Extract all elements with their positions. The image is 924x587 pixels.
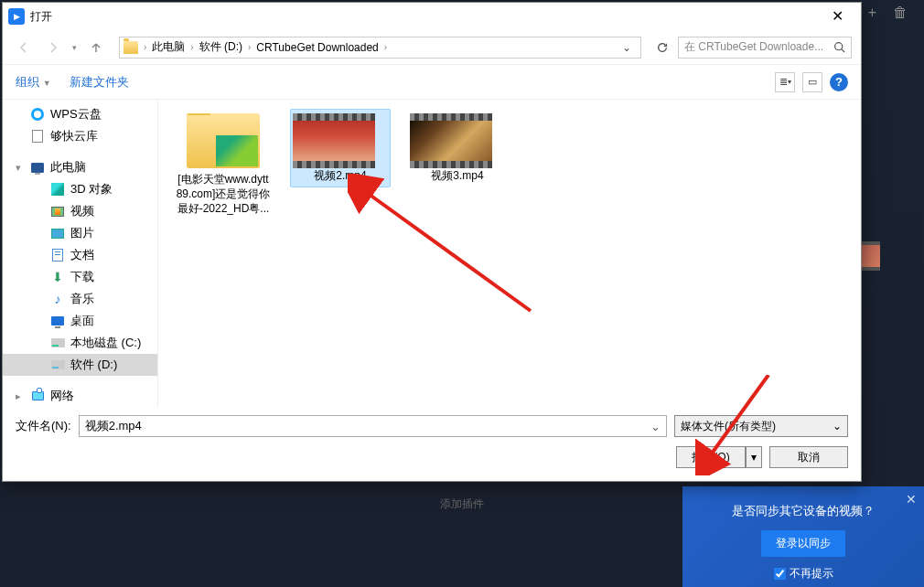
sidebar-item-label: 视频 — [70, 203, 94, 219]
filetype-filter-label: 媒体文件(所有类型) — [681, 419, 776, 434]
sidebar-item-label: 图片 — [70, 225, 94, 241]
file-name-label: 视频2.mp4 — [293, 168, 388, 183]
breadcrumb-sep[interactable]: › — [246, 42, 252, 52]
refresh-icon[interactable] — [652, 37, 672, 58]
chevron-down-icon: ⌄ — [833, 420, 842, 432]
dialog-body: WPS云盘够快云库▾此电脑3D 对象视频图片文档⬇下载♪音乐桌面本地磁盘 (C:… — [3, 100, 861, 408]
nav-up-icon[interactable] — [84, 36, 108, 59]
app-trash-icon[interactable]: 🗑 — [893, 5, 908, 20]
nav-forward-icon[interactable] — [41, 36, 65, 59]
folder-item[interactable]: [电影天堂www.dytt89.com]还是觉得你最好-2022_HD粤... — [173, 109, 274, 221]
filename-label: 文件名(N): — [16, 418, 71, 434]
breadcrumb-folder-icon — [124, 41, 138, 54]
sidebar-item-label: 3D 对象 — [70, 181, 113, 197]
search-placeholder: 在 CRTubeGet Downloade... — [684, 39, 823, 55]
sidebar-item-label: 够快云库 — [50, 128, 98, 144]
video-file-item[interactable]: 视频3.mp4 — [407, 109, 508, 187]
dialog-footer: 文件名(N): 视频2.mp4 ⌄ 媒体文件(所有类型) ⌄ 打开(O) ▾ 取… — [3, 408, 861, 481]
dialog-toolbar: 组织 ▼ 新建文件夹 ≣ ▾ ▭ ? — [3, 65, 861, 100]
file-list[interactable]: [电影天堂www.dytt89.com]还是觉得你最好-2022_HD粤...视… — [158, 100, 861, 408]
breadcrumb-sep[interactable]: › — [382, 42, 389, 52]
cancel-button[interactable]: 取消 — [769, 446, 848, 468]
sidebar-item[interactable]: 本地磁盘 (C:) — [3, 332, 157, 354]
breadcrumb-seg-1[interactable]: 软件 (D:) — [196, 37, 246, 58]
breadcrumb-dropdown-icon[interactable]: ⌄ — [617, 37, 637, 58]
filename-input[interactable]: 视频2.mp4 ⌄ — [79, 415, 667, 437]
video-file-item[interactable]: 视频2.mp4 — [290, 109, 391, 187]
sidebar-item[interactable]: 软件 (D:) — [3, 354, 157, 376]
tree-expand-icon[interactable]: ▸ — [16, 390, 25, 402]
sidebar-item[interactable]: 3D 对象 — [3, 178, 157, 200]
video-thumbnail — [410, 113, 492, 168]
file-name-label: 视频3.mp4 — [410, 168, 505, 183]
sync-popup: ✕ 是否同步其它设备的视频？ 登录以同步 不再提示 — [682, 486, 924, 587]
tree-expand-icon[interactable]: ▾ — [16, 162, 25, 174]
open-button[interactable]: 打开(O) — [676, 446, 746, 468]
sidebar-item[interactable]: 图片 — [3, 222, 157, 244]
nav-back-icon[interactable] — [12, 36, 36, 59]
sidebar-item-label: 桌面 — [70, 313, 94, 329]
filename-value: 视频2.mp4 — [85, 418, 142, 434]
breadcrumb-sep[interactable]: › — [188, 42, 195, 52]
nav-history-dropdown[interactable]: ▾ — [70, 43, 79, 52]
dialog-titlebar[interactable]: 打开 ✕ — [3, 3, 861, 30]
sidebar-item[interactable]: ♪音乐 — [3, 288, 157, 310]
sidebar-item[interactable]: 够快云库 — [3, 125, 157, 147]
dialog-nav: ▾ › 此电脑 › 软件 (D:) › CRTubeGet Downloaded… — [3, 30, 861, 65]
sidebar-item[interactable]: 视频 — [3, 200, 157, 222]
sidebar-tree: WPS云盘够快云库▾此电脑3D 对象视频图片文档⬇下载♪音乐桌面本地磁盘 (C:… — [3, 100, 158, 408]
file-name-label: [电影天堂www.dytt89.com]还是觉得你最好-2022_HD粤... — [176, 172, 271, 217]
view-mode-icon[interactable]: ≣ ▾ — [775, 72, 795, 92]
preview-pane-icon[interactable]: ▭ — [802, 72, 822, 92]
sidebar-item[interactable]: WPS云盘 — [3, 103, 157, 125]
filename-dropdown-icon[interactable]: ⌄ — [650, 420, 661, 433]
sync-title: 是否同步其它设备的视频？ — [695, 503, 911, 519]
filetype-filter[interactable]: 媒体文件(所有类型) ⌄ — [674, 415, 848, 437]
sync-no-prompt-checkbox[interactable] — [774, 568, 786, 580]
breadcrumb-seg-2[interactable]: CRTubeGet Downloaded — [252, 37, 381, 58]
sidebar-item-label: WPS云盘 — [50, 106, 102, 123]
sidebar-item-label: 下载 — [70, 269, 94, 285]
open-file-dialog: 打开 ✕ ▾ › 此电脑 › 软件 (D:) › CRTubeGet Downl… — [2, 2, 862, 482]
sidebar-item[interactable]: ▸网络 — [3, 385, 157, 407]
open-dropdown-button[interactable]: ▾ — [746, 446, 762, 468]
svg-point-1 — [835, 43, 843, 50]
sync-no-prompt-label: 不再提示 — [790, 566, 833, 582]
sidebar-item[interactable]: ⬇下载 — [3, 266, 157, 288]
sync-login-button[interactable]: 登录以同步 — [761, 530, 845, 557]
sidebar-item[interactable]: 桌面 — [3, 310, 157, 332]
close-icon[interactable]: ✕ — [819, 4, 855, 29]
breadcrumb[interactable]: › 此电脑 › 软件 (D:) › CRTubeGet Downloaded ›… — [119, 37, 641, 59]
dialog-app-icon — [8, 8, 25, 25]
sidebar-item[interactable]: ▾此电脑 — [3, 156, 157, 178]
organize-button[interactable]: 组织 ▼ — [16, 74, 51, 91]
breadcrumb-seg-0[interactable]: 此电脑 — [148, 37, 188, 58]
help-icon[interactable]: ? — [830, 73, 848, 91]
sidebar-item-label: 音乐 — [70, 291, 94, 307]
sidebar-item-label: 此电脑 — [50, 159, 86, 176]
video-thumbnail — [293, 113, 375, 168]
sidebar-item-label: 文档 — [70, 247, 94, 263]
sync-close-icon[interactable]: ✕ — [906, 492, 917, 507]
sidebar-item-label: 软件 (D:) — [70, 357, 117, 373]
open-button-group: 打开(O) ▾ — [676, 446, 762, 468]
sidebar-item[interactable]: 文档 — [3, 244, 157, 266]
sidebar-item-label: 网络 — [50, 388, 74, 404]
dialog-title: 打开 — [30, 9, 52, 25]
search-input[interactable]: 在 CRTubeGet Downloade... — [678, 37, 852, 59]
app-add-icon[interactable]: + — [868, 5, 876, 20]
folder-icon — [187, 113, 260, 168]
breadcrumb-sep[interactable]: › — [142, 42, 148, 52]
new-folder-button[interactable]: 新建文件夹 — [70, 74, 129, 91]
sidebar-item-label: 本地磁盘 (C:) — [70, 335, 141, 351]
sync-no-prompt[interactable]: 不再提示 — [695, 566, 911, 582]
